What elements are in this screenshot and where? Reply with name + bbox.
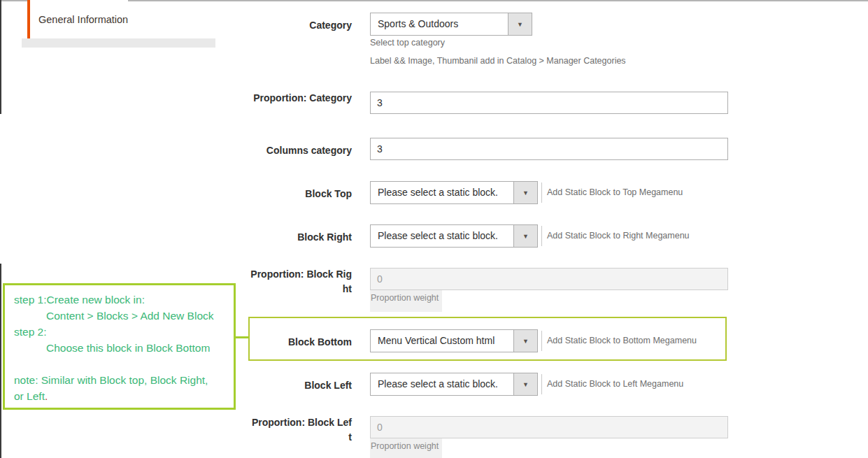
- annotation-note-line2: or Left.: [14, 388, 228, 404]
- annotation-connector-line: [235, 336, 249, 338]
- proportion-block-right-label: Proportion: Block Right: [250, 267, 352, 296]
- note-text: Proportion weight: [371, 441, 439, 451]
- window-top-edge: [0, 0, 868, 1]
- block-right-label: Block Right: [250, 230, 352, 245]
- annotation-note-period: .: [45, 390, 48, 402]
- annotation-step2-title: step 2:: [14, 324, 228, 340]
- block-top-select[interactable]: Please select a static block. ▼: [370, 181, 538, 204]
- annotation-step1-detail: Content > Blocks > Add New Block: [14, 308, 228, 324]
- annotation-step1-title: step 1:Create new block in:: [14, 292, 228, 308]
- block-top-label: Block Top: [250, 187, 352, 201]
- proportion-block-left-label: Proportion: Block Left: [250, 415, 352, 445]
- columns-category-label: Columns category: [250, 143, 352, 158]
- tab-label: General Information: [27, 14, 128, 25]
- chevron-down-icon[interactable]: ▼: [513, 373, 537, 395]
- block-bottom-select-value: Menu Vertical Custom html: [371, 330, 513, 352]
- block-left-note: Add Static Block to Left Megamenu: [547, 373, 683, 396]
- chevron-down-icon[interactable]: ▼: [513, 182, 537, 203]
- note-divider: [541, 183, 542, 203]
- block-right-note: Add Static Block to Right Megamenu: [547, 224, 690, 248]
- note-divider: [541, 331, 542, 351]
- block-left-select-value: Please select a static block.: [371, 373, 513, 395]
- annotation-blank-line: [14, 356, 228, 372]
- window-left-edge: [0, 0, 1, 114]
- block-top-note: Add Static Block to Top Megamenu: [547, 181, 683, 204]
- chevron-down-icon[interactable]: ▼: [513, 225, 537, 247]
- category-note: Label && Image, Thumbanil add in Catalog…: [370, 56, 626, 66]
- columns-category-input[interactable]: [370, 138, 728, 160]
- window-left-edge: [0, 264, 1, 458]
- block-right-select-value: Please select a static block.: [371, 225, 513, 247]
- chevron-down-icon[interactable]: ▼: [508, 13, 532, 35]
- proportion-category-label: Proportion: Category: [250, 91, 352, 106]
- megamenu-settings-page: General Information Category Sports & Ou…: [0, 0, 868, 458]
- block-left-label: Block Left: [250, 378, 352, 393]
- category-select-value: Sports & Outdoors: [371, 13, 508, 35]
- proportion-category-input[interactable]: [370, 92, 728, 114]
- proportion-weight-note: Proportion weight: [370, 438, 442, 458]
- block-bottom-select[interactable]: Menu Vertical Custom html ▼: [370, 329, 538, 352]
- note-text: Proportion weight: [371, 293, 439, 303]
- proportion-block-left-input: [370, 416, 728, 438]
- category-select[interactable]: Sports & Outdoors ▼: [370, 13, 532, 36]
- category-note: Select top category: [370, 38, 445, 48]
- annotation-note-text: or Left: [14, 390, 45, 402]
- block-top-select-value: Please select a static block.: [371, 182, 513, 203]
- annotation-box: step 1:Create new block in: Content > Bl…: [3, 283, 236, 410]
- proportion-weight-note: Proportion weight: [370, 290, 442, 312]
- note-divider: [541, 374, 542, 394]
- active-tab-indicator: [27, 0, 30, 38]
- category-label: Category: [250, 18, 352, 33]
- block-left-select[interactable]: Please select a static block. ▼: [370, 373, 538, 396]
- block-bottom-label: Block Bottom: [250, 335, 352, 350]
- note-divider: [541, 226, 542, 246]
- chevron-down-icon[interactable]: ▼: [513, 330, 537, 352]
- annotation-step2-detail: Choose this block in Block Bottom: [14, 340, 228, 356]
- sidebar-tab-placeholder: [22, 38, 215, 48]
- annotation-note-line1: note: Similar with Block top, Block Righ…: [14, 372, 228, 388]
- block-right-select[interactable]: Please select a static block. ▼: [370, 224, 538, 248]
- block-bottom-note: Add Static Block to Bottom Megamenu: [547, 329, 697, 352]
- sidebar-tab-general-information[interactable]: General Information: [27, 0, 128, 38]
- proportion-block-right-input: [370, 268, 728, 290]
